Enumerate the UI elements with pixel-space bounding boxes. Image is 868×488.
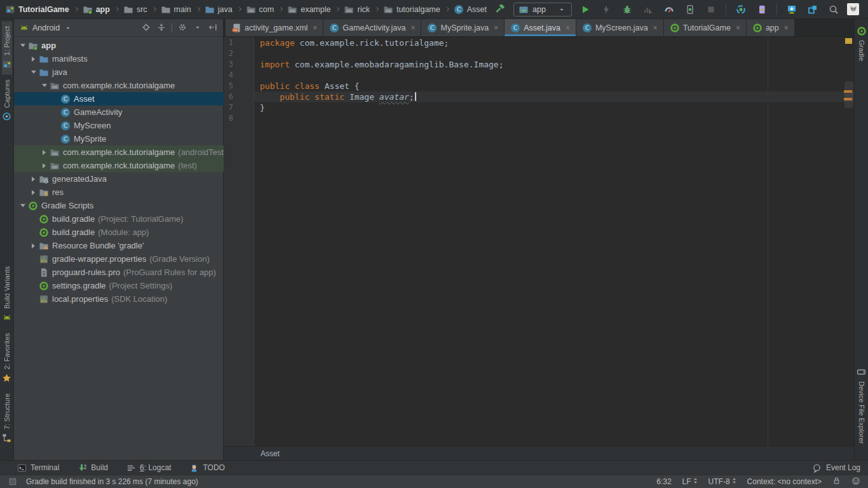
tree-row-build-gradle[interactable]: build.gradle(Project: TutorialGame) (14, 212, 224, 226)
tree-item-label: build.gradle (52, 214, 95, 224)
breadcrumb-item-java[interactable]: java (205, 4, 233, 15)
sdk-manager-button[interactable] (784, 2, 799, 17)
settings-button[interactable] (177, 22, 187, 34)
tree-row-mysprite[interactable]: CMySprite (14, 132, 224, 146)
device-manager-button[interactable] (754, 2, 770, 17)
captures-button[interactable] (805, 2, 820, 17)
toolwindow-button-logcat[interactable]: 6: Logcat (126, 463, 171, 473)
tree-row-settings-gradle[interactable]: settings.gradle(Project Settings) (14, 279, 224, 292)
tool-stripe-device-file-explorer[interactable]: Device File Explorer (857, 362, 867, 449)
breadcrumb-item-tutorialgame[interactable]: tutorialgame (383, 4, 440, 15)
inspection-status-square[interactable] (845, 38, 852, 44)
tree-open-arrow-icon[interactable] (18, 44, 27, 47)
editor-scrollbar[interactable] (844, 81, 853, 108)
make-project-button[interactable] (492, 2, 508, 17)
toolwindow-button-terminal[interactable]: Terminal (17, 463, 59, 473)
tree-closed-arrow-icon[interactable] (39, 150, 49, 155)
tab-myscreen-java[interactable]: CMyScreen.java× (576, 19, 664, 36)
package-icon (49, 161, 60, 171)
toolwindow-button-event-log[interactable]: Event Log (812, 463, 860, 473)
tree-row-asset[interactable]: CAsset (14, 92, 224, 105)
locate-button[interactable] (141, 22, 151, 34)
breadcrumb-item-example[interactable]: example (287, 4, 330, 15)
user-avatar[interactable] (847, 3, 859, 15)
warning-stripe-mark[interactable] (844, 98, 852, 100)
breadcrumb-item-app[interactable]: app (83, 4, 110, 15)
tree-row-app[interactable]: app (14, 39, 224, 52)
tree-row-resource-bundle-gradle-[interactable]: Resource Bundle 'gradle' (14, 239, 224, 252)
tree-row-res[interactable]: res (14, 186, 224, 199)
tree-row-com-example-rick-tutorialgame[interactable]: com.example.rick.tutorialgame (14, 79, 224, 92)
tab-close-icon[interactable]: × (566, 24, 570, 32)
tree-closed-arrow-icon[interactable] (29, 190, 38, 195)
tab-close-icon[interactable]: × (494, 24, 498, 32)
breadcrumb-item-src[interactable]: src (123, 4, 147, 15)
tab-asset-java[interactable]: CAsset.java× (505, 19, 576, 36)
run-button[interactable] (578, 2, 593, 17)
tab-app[interactable]: app× (747, 19, 795, 36)
toolwindow-button-todo[interactable]: TODO (189, 463, 224, 473)
tree-row-gradle-scripts[interactable]: Gradle Scripts (14, 199, 224, 212)
project-view-selector[interactable]: Android (19, 23, 73, 33)
hide-panel-button[interactable] (208, 22, 218, 34)
attach-debugger-button[interactable] (682, 2, 698, 17)
avd-manager-button[interactable] (733, 2, 749, 17)
status-widget[interactable]: Context: <no context> (747, 477, 822, 486)
breadcrumb-item-rick[interactable]: rick (344, 4, 369, 15)
breadcrumb-item-asset[interactable]: CAsset (454, 4, 487, 15)
props-icon (38, 294, 49, 304)
toolbar-separator (776, 4, 777, 15)
tree-row-proguard-rules-pro[interactable]: proguard-rules.pro(ProGuard Rules for ap… (14, 266, 224, 279)
toolwindow-button-build[interactable]: Build (77, 463, 108, 473)
tool-stripe-captures[interactable]: Captures (2, 74, 12, 127)
tab-activity-game-xml[interactable]: activity_game.xml× (226, 19, 323, 36)
tree-row-generatedjava[interactable]: generatedJava (14, 172, 224, 186)
tree-closed-arrow-icon[interactable] (29, 177, 38, 182)
status-widget[interactable]: UTF-8 (709, 477, 736, 486)
tree-row-gameactivity[interactable]: CGameActivity (14, 105, 224, 119)
tab-close-icon[interactable]: × (653, 24, 658, 32)
tab-close-icon[interactable]: × (410, 24, 415, 32)
tree-row-local-properties[interactable]: local.properties(SDK Location) (14, 292, 224, 306)
tab-mysprite-java[interactable]: CMySprite.java× (421, 19, 505, 36)
tab-close-icon[interactable]: × (736, 24, 740, 32)
tree-row-com-example-rick-tutorialgame[interactable]: com.example.rick.tutorialgame(test) (14, 159, 224, 172)
tree-open-arrow-icon[interactable] (39, 84, 49, 87)
tab-close-icon[interactable]: × (313, 24, 317, 32)
reader-mode-icon[interactable] (851, 477, 860, 487)
tree-row-java[interactable]: java (14, 65, 224, 79)
tool-stripe-build-variants[interactable]: Build Variants (2, 261, 12, 328)
tool-stripe-1-project[interactable]: 1: Project (2, 21, 12, 74)
tree-row-com-example-rick-tutorialgame[interactable]: com.example.rick.tutorialgame(androidTes… (14, 146, 224, 159)
run-configuration-select[interactable]: app (513, 3, 572, 17)
tree-closed-arrow-icon[interactable] (39, 163, 49, 168)
status-widget[interactable]: LF (682, 477, 698, 486)
warning-stripe-mark[interactable] (844, 90, 852, 93)
editor-breadcrumb-item[interactable]: Asset (261, 449, 280, 458)
collapse-all-button[interactable] (156, 22, 166, 34)
tree-open-arrow-icon[interactable] (18, 204, 27, 207)
tree-row-gradle-wrapper-properties[interactable]: gradle-wrapper.properties(Gradle Version… (14, 252, 224, 266)
tree-open-arrow-icon[interactable] (29, 71, 38, 74)
tree-row-manifests[interactable]: manifests (14, 52, 224, 65)
tool-stripe-2-favorites[interactable]: 2: Favorites (2, 328, 12, 388)
breadcrumb-item-com[interactable]: com (246, 4, 275, 15)
breadcrumb-item-tutorialgame[interactable]: TutorialGame (5, 4, 69, 15)
breadcrumb-item-main[interactable]: main (161, 4, 191, 15)
tab-gameactivity-java[interactable]: CGameActivity.java× (323, 19, 421, 36)
tool-stripe-gradle[interactable]: Gradle (857, 21, 867, 66)
tab-close-icon[interactable]: × (784, 24, 789, 32)
lock-icon[interactable] (832, 477, 841, 487)
code-editor[interactable]: 1package com.example.rick.tutorialgame;2… (224, 37, 854, 446)
tree-row-build-gradle[interactable]: build.gradle(Module: app) (14, 226, 224, 239)
tab-tutorialgame[interactable]: TutorialGame× (664, 19, 747, 36)
status-widget[interactable]: 6:32 (656, 477, 671, 486)
tree-row-myscreen[interactable]: CMyScreen (14, 119, 224, 132)
search-everywhere-button[interactable] (826, 2, 841, 17)
tree-closed-arrow-icon[interactable] (29, 57, 38, 62)
debug-button[interactable] (620, 2, 635, 17)
toggle-tool-buttons-icon[interactable] (8, 477, 18, 487)
tree-closed-arrow-icon[interactable] (29, 243, 38, 248)
tool-stripe-7-structure[interactable]: 7: Structure (2, 388, 12, 449)
profiler-button[interactable] (661, 2, 677, 17)
